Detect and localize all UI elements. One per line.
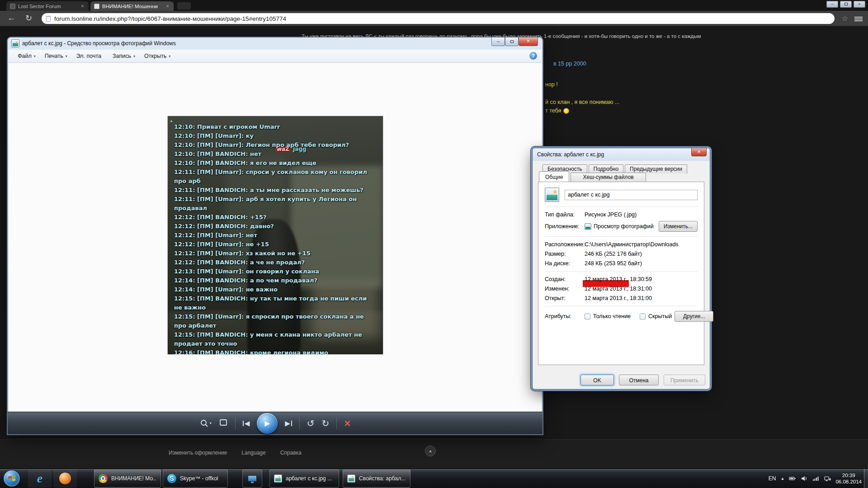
browser-close-button[interactable]: × [854, 1, 865, 8]
tab-close-icon[interactable]: × [80, 3, 85, 9]
new-tab-button[interactable] [177, 2, 191, 9]
menu-item[interactable]: Эл. почта [72, 51, 108, 61]
show-desktop-button[interactable] [864, 469, 868, 488]
taskbar-chrome-item[interactable]: ВНИМАНИЕ! Мо... [94, 469, 161, 488]
opened-label: Открыт: [545, 295, 585, 301]
fit-to-window-button[interactable] [219, 418, 228, 429]
chat-line: 12:15: [ПМ] BANDICH: ну так ты мне тогда… [174, 294, 373, 312]
chat-line: 12:15: [ПМ] BANDICH: у меня с клана никт… [174, 330, 373, 348]
menu-item[interactable]: Запись▾ [108, 51, 140, 61]
tab-vnimanie-moshenniki[interactable]: ВНИМАНИЕ! Мошенни × [90, 1, 174, 11]
close-button[interactable]: × [519, 38, 538, 46]
forum-link-fragment[interactable]: в 15 рр 2000 [553, 61, 586, 67]
photo-viewer-titlebar[interactable]: арбалет с кс.jpg - Средство просмотра фо… [8, 38, 542, 50]
taskbar-monitor-item[interactable] [242, 469, 262, 488]
readonly-checkbox[interactable] [585, 314, 590, 319]
browser-menu-icon[interactable] [854, 16, 863, 22]
refresh-button[interactable]: ↻ [25, 13, 32, 23]
forum-text-fragment: й со клан , я все понимаю ... [545, 99, 619, 105]
language-indicator[interactable]: EN [769, 475, 776, 482]
browser-minimize-button[interactable]: – [826, 1, 838, 8]
back-button[interactable]: ← [7, 13, 15, 23]
start-button[interactable] [4, 470, 20, 487]
created-value: 12 марта 2013 г., 18:30:59 [585, 276, 698, 282]
slideshow-play-button[interactable]: ▶ [257, 413, 278, 434]
scroll-to-top-button[interactable]: ▲ [425, 446, 436, 456]
taskbar-skype-item[interactable]: S Skype™ - offkol [163, 469, 228, 488]
fit-icon [219, 418, 228, 427]
footer-link[interactable]: Language [241, 450, 265, 456]
browser-maximize-button[interactable] [840, 1, 852, 8]
tab-general[interactable]: Общие [539, 171, 569, 182]
cancel-button[interactable]: Отмена [619, 375, 659, 385]
skype-icon: S [167, 474, 176, 483]
url-text[interactable]: forum.lsonline.ru/index.php?/topic/6067-… [54, 15, 286, 22]
taskbar-app-button[interactable] [53, 469, 77, 488]
chat-line: 12:14: [ПМ] [Umarr]: не важно [174, 285, 373, 294]
chat-line: 12:10: [ПМ] BANDICH: нет [174, 150, 373, 159]
rotate-counterclockwise-button[interactable]: ↺ [307, 419, 315, 428]
game-chat-log: 12:10: Приват с игроком Umarr12:10: [ПМ]… [168, 116, 383, 354]
dialog-tab[interactable]: Предыдущие версии [625, 164, 687, 174]
taskbar-properties-item[interactable]: Свойства: арбал... [343, 469, 410, 488]
tab-close-icon[interactable]: × [165, 3, 170, 9]
modified-label: Изменен: [545, 286, 585, 292]
hidden-checkbox[interactable] [640, 314, 646, 319]
clock[interactable]: 20:39 06.08.2014 [835, 472, 862, 485]
chat-line: 12:13: [ПМ] [Umarr]: он говорил у соклан… [174, 267, 373, 276]
size-on-disk-label: На диске: [545, 260, 585, 267]
minimize-button[interactable]: – [491, 38, 505, 46]
dialog-titlebar[interactable]: Свойства: арбалет с кс.jpg × [533, 148, 710, 161]
dialog-tabs-front: Общие Хеш-суммы файлов [539, 173, 647, 182]
battery-icon[interactable] [789, 475, 797, 482]
chat-line: 12:15: [ПМ] [Umarr]: я спросил про твоег… [174, 312, 373, 330]
ok-button[interactable]: OK [580, 375, 614, 385]
tab-label: ВНИМАНИЕ! Мошенни [102, 4, 162, 9]
network-signal-icon[interactable] [812, 475, 819, 482]
divider [545, 206, 698, 207]
smiley-icon [563, 108, 569, 114]
dialog-tab[interactable]: Подробно [589, 164, 624, 174]
zoom-button[interactable]: ▾ [200, 419, 212, 428]
volume-icon[interactable] [801, 475, 808, 482]
browser-tab-bar: Lost Sector Forum × ВНИМАНИЕ! Мошенни × … [0, 0, 868, 11]
network-icon[interactable] [824, 475, 831, 482]
bookmark-star-icon[interactable]: ☆ [842, 14, 848, 23]
file-type-value: Рисунок JPEG (.jpg) [585, 211, 698, 218]
help-icon[interactable]: ? [529, 52, 537, 60]
tab-hash-sums[interactable]: Хеш-суммы файлов [571, 173, 646, 182]
next-button[interactable]: ▶ [285, 419, 292, 427]
chat-line: 12:11: [ПМ] [Umarr]: арб я хотел купить … [174, 195, 373, 213]
file-type-label: Тип файла: [545, 211, 585, 218]
chat-line: 12:12: [ПМ] [Umarr]: хз какой но не +15 [174, 249, 373, 258]
chat-line: 12:12: [ПМ] BANDICH: давно? [174, 222, 373, 231]
rotate-clockwise-button[interactable]: ↻ [322, 419, 330, 428]
toolbar-separator [336, 418, 337, 429]
forum-footer: Изменить оформлениеLanguageСправка ▲ [0, 439, 868, 469]
menu-item[interactable]: Печать▾ [40, 51, 72, 61]
other-attributes-button[interactable]: Другие... [675, 311, 713, 322]
previous-button[interactable]: ◀ [243, 419, 250, 427]
footer-link[interactable]: Изменить оформление [169, 450, 227, 456]
menu-item[interactable]: Открыть▾ [140, 51, 175, 61]
chat-scroll-arrow-icon: ▲ [170, 119, 173, 123]
clock-time: 20:39 [835, 472, 862, 479]
delete-button[interactable]: × [344, 418, 350, 429]
hidden-icons-button[interactable]: ▲ [781, 476, 785, 481]
change-app-button[interactable]: Изменить... [659, 221, 698, 232]
address-bar[interactable]: forum.lsonline.ru/index.php?/topic/6067-… [42, 13, 835, 24]
taskbar-ie-button[interactable]: e [28, 469, 52, 488]
page-icon[interactable] [46, 16, 51, 22]
divider [545, 271, 698, 272]
filename-input[interactable] [565, 190, 698, 200]
taskbar-photo-item[interactable]: арбалет с кс.jpg ... [269, 469, 339, 488]
footer-link[interactable]: Справка [280, 450, 302, 456]
dialog-close-button[interactable]: × [691, 148, 707, 156]
maximize-button[interactable] [505, 38, 519, 46]
tab-lost-sector-forum[interactable]: Lost Sector Forum × [6, 1, 89, 11]
dialog-title: Свойства: арбалет с кс.jpg [537, 151, 604, 158]
created-label: Создан: [545, 276, 585, 282]
menu-item[interactable]: Файл▾ [13, 51, 40, 61]
readonly-label: Только чтение [593, 313, 631, 319]
magnifier-icon [200, 419, 209, 428]
